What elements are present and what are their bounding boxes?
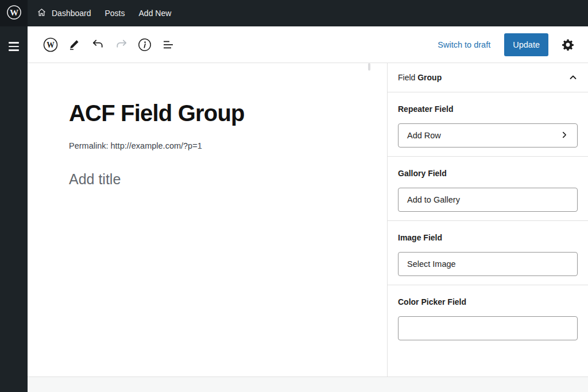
select-image-button[interactable]: Select Image	[398, 252, 578, 276]
add-to-gallery-button[interactable]: Add to Gallery	[398, 188, 578, 212]
field-label: Image Field	[398, 233, 578, 242]
add-title-placeholder[interactable]: Add title	[69, 171, 364, 188]
update-button[interactable]: Update	[504, 33, 548, 56]
menu-hamburger-icon[interactable]	[9, 42, 19, 51]
info-icon[interactable]	[137, 37, 152, 52]
home-icon	[37, 7, 47, 19]
admin-bar-menu: Dashboard Posts Add New	[37, 7, 171, 19]
admin-bar-item-dashboard[interactable]: Dashboard	[37, 7, 91, 19]
admin-bar: W Dashboard Posts Add New	[0, 0, 588, 26]
wordpress-circle-icon[interactable]: W	[43, 37, 58, 52]
admin-bar-item-label: Dashboard	[52, 9, 91, 18]
field-section-gallery: Gallory Field Add to Gallery	[388, 157, 588, 221]
settings-gear-icon[interactable]	[560, 37, 575, 52]
svg-text:W: W	[47, 40, 55, 49]
redo-icon[interactable]	[114, 37, 129, 52]
chevron-right-icon	[560, 131, 568, 141]
admin-bar-item-posts[interactable]: Posts	[105, 9, 125, 18]
panel-title: Field Group	[398, 73, 442, 82]
edit-pencil-icon[interactable]	[67, 37, 82, 52]
page-title[interactable]: ACF Field Group	[69, 100, 364, 126]
permalink-text: Permalink: http://example.com/?p=1	[69, 141, 364, 150]
chevron-up-icon	[568, 73, 578, 82]
settings-sidebar: Field Group Repeater Field Add Row Gallo…	[387, 63, 588, 377]
panel-header-field-group[interactable]: Field Group	[388, 63, 588, 92]
admin-bar-item-add-new[interactable]: Add New	[139, 9, 172, 18]
field-section-color-picker: Color Picker Field	[388, 285, 588, 349]
editor-footer-strip	[28, 377, 588, 392]
field-section-repeater: Repeater Field Add Row	[388, 92, 588, 157]
admin-menu-strip	[0, 26, 28, 392]
button-label: Add Row	[407, 131, 441, 140]
svg-text:W: W	[9, 7, 18, 17]
field-section-image: Image Field Select Image	[388, 221, 588, 285]
wordpress-logo-button[interactable]: W	[0, 0, 28, 26]
admin-bar-item-label: Posts	[105, 9, 125, 18]
color-picker-input[interactable]	[398, 316, 578, 340]
field-label: Gallory Field	[398, 169, 578, 178]
undo-icon[interactable]	[90, 37, 105, 52]
field-label: Repeater Field	[398, 104, 578, 114]
editor-toolbar: W Switch to draft	[28, 26, 588, 63]
switch-to-draft-link[interactable]: Switch to draft	[438, 40, 490, 49]
content-scrollbar-thumb[interactable]	[368, 63, 370, 71]
admin-bar-item-label: Add New	[139, 9, 172, 18]
button-label: Add to Gallery	[407, 195, 460, 204]
toolbar-right-group: Switch to draft Update	[438, 33, 575, 56]
add-row-button[interactable]: Add Row	[398, 123, 578, 148]
button-label: Select Image	[407, 259, 456, 269]
list-view-icon[interactable]	[161, 37, 176, 52]
wordpress-logo-icon: W	[6, 5, 22, 22]
field-label: Color Picker Field	[398, 297, 578, 306]
editor-canvas: ACF Field Group Permalink: http://exampl…	[28, 63, 387, 377]
